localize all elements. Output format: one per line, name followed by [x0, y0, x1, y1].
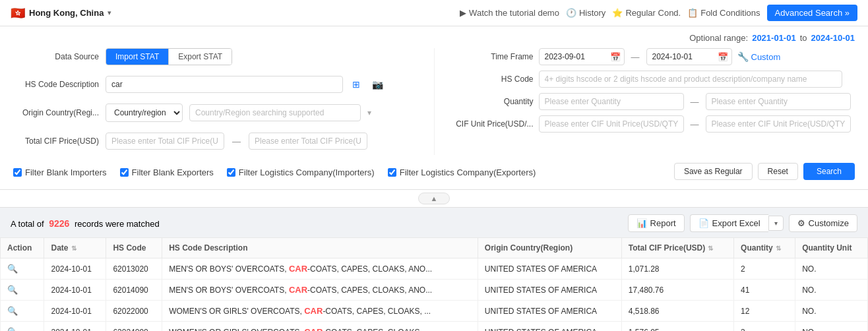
table-cell-total-cif: 17,480.76: [621, 280, 733, 301]
cif-unit-max-input[interactable]: [706, 115, 851, 133]
total-cif-row: Total CIF Price(USD) —: [13, 133, 421, 150]
row-search-icon[interactable]: 🔍: [7, 264, 18, 274]
table-cell-total-cif: 1,576.05: [621, 322, 733, 332]
timeframe-row: Time Frame 📅 — 📅 🔧 Custom: [448, 48, 855, 65]
star-icon: ⭐: [612, 8, 623, 18]
tutorial-link[interactable]: ▶ Watch the tutorial demo: [460, 8, 559, 18]
table-cell-hscode-desc: WOMEN'S OR GIRLS' OVERCOATS, CAR-COATS, …: [162, 301, 478, 322]
custom-label: Custom: [751, 52, 781, 62]
sort-icon: ⇅: [708, 245, 713, 252]
export-excel-button[interactable]: 📄 Export Excel: [690, 214, 768, 232]
datasource-row: Data Source Import STAT Export STAT: [13, 48, 421, 65]
table-cell-date: 2024-10-01: [44, 301, 106, 322]
optional-range: Optional range: 2021-01-01 to 2024-10-01: [13, 33, 855, 43]
checkbox-label: Filter Logistics Company(Exporters): [400, 167, 536, 177]
search-panel: Optional range: 2021-01-01 to 2024-10-01…: [0, 26, 868, 190]
checkbox-input[interactable]: [388, 168, 396, 177]
checkbox-input[interactable]: [227, 168, 235, 177]
history-icon: 🕐: [566, 8, 576, 18]
customize-label: Customize: [809, 218, 849, 228]
row-search-icon[interactable]: 🔍: [7, 285, 18, 295]
table-header-cell[interactable]: Quantity⇅: [734, 238, 795, 258]
hscode-camera-icon[interactable]: 📷: [369, 78, 386, 91]
table-cell-origin: UNITED STATES OF AMERICA: [478, 258, 621, 280]
custom-button[interactable]: 🔧 Custom: [737, 51, 781, 62]
flag-icon: 🇭🇰: [11, 6, 25, 20]
checkbox-input[interactable]: [13, 168, 22, 177]
datasource-label: Data Source: [13, 52, 99, 61]
timeframe-label: Time Frame: [448, 52, 534, 61]
customize-button[interactable]: ⚙ Customize: [789, 214, 857, 232]
sort-icon: ⇅: [71, 245, 77, 252]
timeframe-start-input[interactable]: [539, 48, 625, 65]
table-cell-total-cif: 4,518.86: [621, 301, 733, 322]
quantity-min-input[interactable]: [539, 93, 684, 110]
highlight-text: CAR: [304, 306, 323, 316]
table-row: 🔍2024-10-0162013020MEN'S OR BOYS' OVERCO…: [1, 258, 868, 280]
region-selector[interactable]: 🇭🇰 Hong Kong, China ▾: [11, 6, 111, 20]
checkbox-label: Filter Logistics Company(Importers): [239, 167, 375, 177]
highlight-text: CAR: [289, 264, 307, 274]
total-cif-max-input[interactable]: [249, 133, 367, 150]
hscode-desc-input[interactable]: [106, 76, 343, 93]
table-header-cell: HS Code: [106, 238, 162, 258]
optional-range-to: to: [800, 33, 807, 43]
table-cell-origin: UNITED STATES OF AMERICA: [478, 280, 621, 301]
origin-label: Origin Country(Regi...: [13, 108, 99, 117]
hscode-desc-label: HS Code Description: [13, 80, 99, 89]
row-search-icon[interactable]: 🔍: [7, 306, 18, 316]
advanced-search-button[interactable]: Advanced Search »: [767, 5, 857, 21]
regular-label: Regular Cond.: [625, 8, 681, 18]
region-name: Hong Kong, China: [29, 8, 104, 18]
regular-cond-link[interactable]: ⭐ Regular Cond.: [612, 8, 681, 18]
hscode-search-icon[interactable]: ⊞: [350, 78, 363, 91]
export-caret-button[interactable]: ▾: [768, 216, 784, 231]
origin-country-select[interactable]: Country/region: [106, 104, 183, 122]
table-header-cell[interactable]: Total CIF Price(USD)⇅: [621, 238, 733, 258]
results-text-wrap: A total of 9226 records were matched: [11, 218, 160, 229]
results-count: 9226: [49, 218, 69, 229]
cif-unit-min-input[interactable]: [539, 115, 684, 133]
table-cell-action: 🔍: [1, 301, 44, 322]
table-header-cell[interactable]: Date⇅: [44, 238, 106, 258]
export-stat-tab[interactable]: Export STAT: [169, 49, 232, 65]
table-cell-hscode-desc: MEN'S OR BOYS' OVERCOATS, CAR-COATS, CAP…: [162, 258, 478, 280]
save-regular-button[interactable]: Save as Regular: [674, 163, 753, 180]
table-cell-hscode-desc: MEN'S OR BOYS' OVERCOATS, CAR-COATS, CAP…: [162, 280, 478, 301]
export-excel-wrap: 📄 Export Excel ▾: [690, 214, 784, 232]
checkbox-item[interactable]: Filter Blank Importers: [13, 167, 107, 177]
advanced-label: Advanced Search »: [775, 8, 850, 18]
timeframe-end-wrap: 📅: [646, 48, 732, 65]
timeframe-end-input[interactable]: [646, 48, 732, 65]
fold-conditions-link[interactable]: 📋 Fold Conditions: [687, 8, 760, 18]
origin-row: Origin Country(Regi... Country/region ▾: [13, 104, 421, 122]
search-button[interactable]: Search: [803, 163, 855, 180]
checkbox-item[interactable]: Filter Logistics Company(Exporters): [388, 167, 536, 177]
row-search-icon[interactable]: 🔍: [7, 327, 18, 331]
origin-region-input[interactable]: [189, 104, 361, 121]
customize-icon: ⚙: [797, 218, 805, 228]
table-cell-origin: UNITED STATES OF AMERICA: [478, 322, 621, 332]
collapse-button[interactable]: ▲: [418, 193, 450, 204]
total-cif-label: Total CIF Price(USD): [13, 136, 99, 146]
checkbox-label: Filter Blank Exporters: [132, 167, 214, 177]
results-prefix: A total of: [11, 219, 44, 229]
table-cell-qty-unit: NO.: [795, 258, 868, 280]
optional-range-start: 2021-01-01: [752, 33, 796, 43]
report-button[interactable]: 📊 Report: [628, 214, 685, 232]
checkbox-item[interactable]: Filter Logistics Company(Importers): [227, 167, 375, 177]
table-cell-action: 🔍: [1, 280, 44, 301]
total-cif-min-input[interactable]: [106, 133, 224, 150]
history-link[interactable]: 🕐 History: [566, 8, 605, 18]
highlight-text: CAR: [304, 327, 323, 331]
table-cell-action: 🔍: [1, 258, 44, 280]
checkbox-input[interactable]: [120, 168, 129, 177]
table-header-cell: Origin Country(Region): [478, 238, 621, 258]
fold-label: Fold Conditions: [700, 8, 760, 18]
reset-button[interactable]: Reset: [758, 163, 798, 180]
import-stat-tab[interactable]: Import STAT: [106, 49, 169, 65]
quantity-max-input[interactable]: [706, 93, 851, 110]
left-form-col: Data Source Import STAT Export STAT HS C…: [13, 48, 434, 155]
checkbox-item[interactable]: Filter Blank Exporters: [120, 167, 214, 177]
hscode-input[interactable]: [539, 71, 842, 88]
